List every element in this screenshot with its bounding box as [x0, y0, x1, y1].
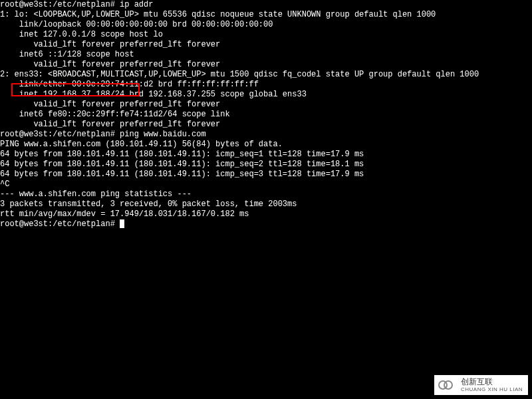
- terminal-line: valid_lft forever preferred_lft forever: [0, 40, 532, 50]
- watermark-sub-text: CHUANG XIN HU LIAN: [461, 386, 523, 394]
- terminal-output[interactable]: root@we3st:/etc/netplan# ip addr1: lo: <…: [0, 0, 532, 229]
- watermark-logo-icon: [438, 379, 456, 394]
- terminal-line: inet 127.0.0.1/8 scope host lo: [0, 30, 532, 40]
- terminal-line: 64 bytes from 180.101.49.11 (180.101.49.…: [0, 150, 532, 160]
- watermark-main-text: 创新互联: [461, 377, 493, 386]
- terminal-line: 2: ens33: <BROADCAST,MULTICAST,UP,LOWER_…: [0, 70, 532, 80]
- terminal-line: --- www.a.shifen.com ping statistics ---: [0, 190, 532, 200]
- terminal-line: inet6 fe80::20c:29ff:fe74:11d2/64 scope …: [0, 110, 532, 120]
- terminal-line: root@we3st:/etc/netplan#: [0, 219, 532, 229]
- terminal-line: valid_lft forever preferred_lft forever: [0, 100, 532, 110]
- terminal-line: link/ether 00:0c:29:74:11:d2 brd ff:ff:f…: [0, 80, 532, 90]
- terminal-line: inet6 ::1/128 scope host: [0, 50, 532, 60]
- terminal-line: 64 bytes from 180.101.49.11 (180.101.49.…: [0, 160, 532, 170]
- terminal-line: PING www.a.shifen.com (180.101.49.11) 56…: [0, 140, 532, 150]
- terminal-line: link/loopback 00:00:00:00:00:00 brd 00:0…: [0, 20, 532, 30]
- terminal-line: valid_lft forever preferred_lft forever: [0, 120, 532, 130]
- terminal-line: 3 packets transmitted, 3 received, 0% pa…: [0, 200, 532, 209]
- terminal-line: root@we3st:/etc/netplan# ip addr: [0, 0, 532, 10]
- terminal-line: valid_lft forever preferred_lft forever: [0, 60, 532, 70]
- watermark-badge: 创新互联 CHUANG XIN HU LIAN: [434, 375, 528, 395]
- terminal-line: 64 bytes from 180.101.49.11 (180.101.49.…: [0, 170, 532, 180]
- cursor-block: [120, 219, 124, 228]
- terminal-line: ^C: [0, 180, 532, 190]
- terminal-line: root@we3st:/etc/netplan# ping www.baidu.…: [0, 130, 532, 140]
- terminal-line: rtt min/avg/max/mdev = 17.949/18.031/18.…: [0, 209, 532, 219]
- terminal-line: inet 192.168.37.188/24 brd 192.168.37.25…: [0, 90, 532, 100]
- terminal-line: 1: lo: <LOOPBACK,UP,LOWER_UP> mtu 65536 …: [0, 10, 532, 20]
